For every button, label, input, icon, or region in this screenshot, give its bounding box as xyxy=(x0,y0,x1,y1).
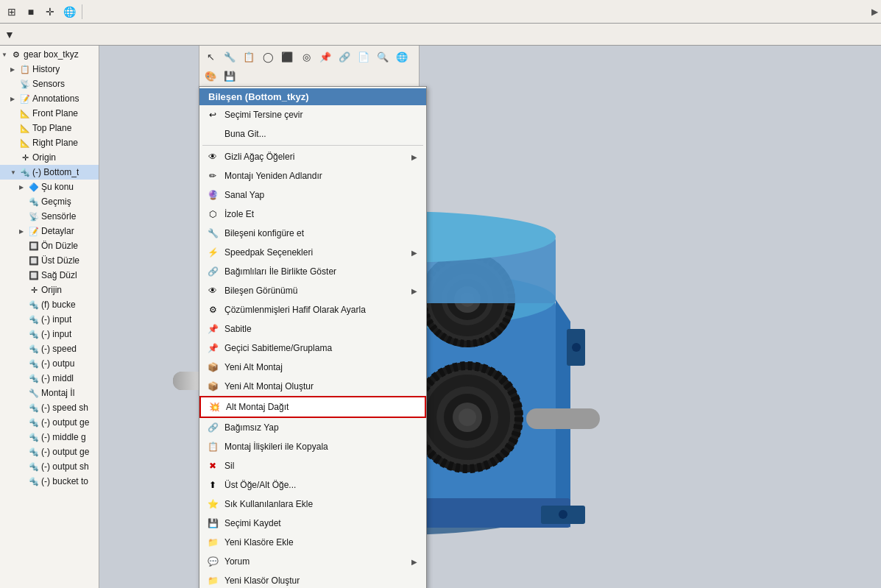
middleg-label: (-) middle g xyxy=(41,432,86,442)
ctx-item-montajIliskileri[interactable]: 📋 Montaj İlişkileri ile Kopyala xyxy=(199,437,426,456)
tree-item-on-duzle[interactable]: 🔲 Ön Düzle xyxy=(0,238,99,253)
tree-item-speed-sh[interactable]: 🔩 (-) speed sh xyxy=(0,400,99,415)
ctx-item-yeniKlasor[interactable]: 📁 Yeni Klasöre Ekle xyxy=(199,533,426,552)
tree-item-front-plane[interactable]: 📐 Front Plane xyxy=(0,106,99,121)
ft-circle-icon[interactable]: ◯ xyxy=(259,48,277,65)
ctx-item-gizliAgac[interactable]: 👁 Gizli Ağaç Öğeleri ▶ xyxy=(199,147,426,166)
tree-item-speed[interactable]: 🔩 (-) speed xyxy=(0,341,99,356)
detaylar-expand: ▶ xyxy=(19,228,28,235)
filter-icon[interactable]: ▼ xyxy=(4,29,15,40)
ctx-item-speedpak[interactable]: ⚡ Speedpak Seçenekleri ▶ xyxy=(199,243,426,262)
tree-item-ust-duzle[interactable]: 🔲 Üst Düzle xyxy=(0,253,99,268)
toolbar-add-icon[interactable]: ✛ xyxy=(41,3,59,21)
tree-item-annotations[interactable]: ▶ 📝 Annotations xyxy=(0,91,99,106)
ctx-label-bunaGit: Buna Git... xyxy=(224,129,417,139)
tree-item-output-ge1[interactable]: 🔩 (-) output ge xyxy=(0,415,99,430)
ctx-item-altMontajDagit[interactable]: 💥 Alt Montaj Dağıt xyxy=(199,396,426,418)
ctx-item-sabitle[interactable]: 📌 Sabitle xyxy=(199,319,426,339)
ctx-label-altMontajDagit: Alt Montaj Dağıt xyxy=(226,402,416,412)
ctx-item-yeniAltMontaj[interactable]: 📦 Yeni Alt Montaj xyxy=(199,358,426,377)
ctx-item-izoleEt[interactable]: ⬡ İzole Et xyxy=(199,205,426,224)
toolbar-save-icon[interactable]: ■ xyxy=(22,3,40,21)
tree-item-history[interactable]: ▶ 📋 History xyxy=(0,62,99,77)
tree-item-output-sh[interactable]: 🔩 (-) output sh xyxy=(0,459,99,474)
top-toolbar: ⊞ ■ ✛ 🌐 ▶ xyxy=(0,0,881,24)
toolbar-more-arrow[interactable]: ▶ xyxy=(871,7,878,17)
ctx-label-montajIliskileri: Montaj İlişkileri ile Kopyala xyxy=(224,442,417,452)
ft-copy-icon[interactable]: 📋 xyxy=(240,48,258,65)
ft-cursor-icon[interactable]: ↖ xyxy=(202,48,219,65)
tree-item-su-konu[interactable]: ▶ 🔷 Şu konu xyxy=(0,180,99,194)
ctx-item-geciciSabitle[interactable]: 📌 Geçici Sabitleme/Gruplama xyxy=(199,339,426,358)
svg-point-9 xyxy=(559,510,567,519)
ft-doc-icon[interactable]: 📄 xyxy=(355,48,372,65)
ctx-item-bileseniKonfigure[interactable]: 🔧 Bileşeni konfigüre et xyxy=(199,224,426,243)
tree-item-middle[interactable]: 🔩 (-) middl xyxy=(0,371,99,386)
ctx-item-sikKullanilan[interactable]: ⭐ Sık Kullanılanlara Ekle xyxy=(199,495,426,514)
tree-item-bucket-to[interactable]: 🔩 (-) bucket to xyxy=(0,474,99,489)
ctx-icon-izoleEt: ⬡ xyxy=(205,207,220,222)
input2-label: (-) input xyxy=(41,329,71,339)
toolbar-globe-icon[interactable]: 🌐 xyxy=(60,3,78,21)
ft-search-icon[interactable]: 🔍 xyxy=(374,48,392,65)
origin-label: Origin xyxy=(32,152,56,163)
left-panel: ▼ ⚙ gear box_tkyz ▶ 📋 History 📡 Sensors … xyxy=(0,46,99,588)
annotations-expand: ▶ xyxy=(10,96,19,102)
tree-item-origin[interactable]: ✛ Origin xyxy=(0,150,99,165)
sukonu-expand: ▶ xyxy=(19,184,28,191)
second-toolbar: ▼ xyxy=(0,24,881,46)
tree-item-f-bucke[interactable]: 🔩 (f) bucke xyxy=(0,297,99,312)
sagduzl-label: Sağ Düzl xyxy=(41,270,77,280)
tree-item-sag-duzl[interactable]: 🔲 Sağ Düzl xyxy=(0,268,99,283)
ctx-item-sanalYap[interactable]: 🔮 Sanal Yap xyxy=(199,185,426,205)
input1-icon: 🔩 xyxy=(28,314,40,325)
history-icon: 📋 xyxy=(19,63,31,75)
montaj-label: Montaj İl xyxy=(41,388,74,398)
ctx-item-secimiTersine[interactable]: ↩ Seçimi Tersine çevir xyxy=(199,105,426,124)
ctx-item-yorum[interactable]: 💬 Yorum ▶ xyxy=(199,552,426,571)
tree-item-gecmis[interactable]: 🔩 Geçmiş xyxy=(0,194,99,209)
view-area: ↖ 🔧 📋 ◯ ⬛ ◎ 📌 🔗 📄 🔍 🌐 🎨 💾 Bileşen (Botto… xyxy=(99,46,881,588)
ft-square-icon[interactable]: ⬛ xyxy=(278,48,296,65)
svg-point-13 xyxy=(572,343,581,352)
orijin-label: Orijin xyxy=(41,285,62,295)
sagduzl-icon: 🔲 xyxy=(28,269,40,281)
ctx-item-secimiKaydet[interactable]: 💾 Seçimi Kaydet xyxy=(199,514,426,533)
ft-target-icon[interactable]: ◎ xyxy=(297,48,315,65)
ctx-item-bagımsızYap[interactable]: 🔗 Bağımsız Yap xyxy=(199,418,426,437)
tree-item-output[interactable]: 🔩 (-) outpu xyxy=(0,356,99,371)
ft-globe-icon[interactable]: 🌐 xyxy=(393,48,411,65)
ctx-icon-montajIliskileri: 📋 xyxy=(205,439,220,454)
ft-tool-icon[interactable]: 🔧 xyxy=(221,48,238,65)
ctx-label-sabitle: Sabitle xyxy=(224,324,417,334)
ctx-item-bunaGit[interactable]: Buna Git... xyxy=(199,124,426,144)
tree-item-middle-g[interactable]: 🔩 (-) middle g xyxy=(0,430,99,444)
ustduzle-icon: 🔲 xyxy=(28,255,40,266)
tree-item-detaylar[interactable]: ▶ 📝 Detaylar xyxy=(0,224,99,238)
ctx-item-yeniKlasorOlustur[interactable]: 📁 Yeni Klasör Oluştur xyxy=(199,571,426,588)
ctx-item-montajYeniden[interactable]: ✏ Montajı Yeniden Adlandır xyxy=(199,166,426,185)
tree-item-input-2[interactable]: 🔩 (-) input xyxy=(0,327,99,341)
ctx-item-cozumlenm[interactable]: ⚙ Çözümlenmişleri Hafif Olarak Ayarla xyxy=(199,300,426,319)
ft-link-icon[interactable]: 🔗 xyxy=(336,48,353,65)
tree-item-output-ge2[interactable]: 🔩 (-) output ge xyxy=(0,444,99,459)
ctx-item-ustOge[interactable]: ⬆ Üst Öğe/Alt Öğe... xyxy=(199,475,426,495)
tree-root[interactable]: ▼ ⚙ gear box_tkyz xyxy=(0,47,99,62)
annotations-icon: 📝 xyxy=(19,93,31,105)
ctx-icon-montajYeniden: ✏ xyxy=(205,169,220,183)
ctx-label-montajYeniden: Montajı Yeniden Adlandır xyxy=(224,171,417,181)
tree-item-right-plane[interactable]: 📐 Right Plane xyxy=(0,135,99,150)
toolbar-grid-icon[interactable]: ⊞ xyxy=(3,3,21,21)
ft-pin-icon[interactable]: 📌 xyxy=(316,48,334,65)
ctx-item-yeniAltMontajOlustur[interactable]: 📦 Yeni Alt Montaj Oluştur xyxy=(199,377,426,396)
tree-item-input-1[interactable]: 🔩 (-) input xyxy=(0,312,99,327)
tree-item-top-plane[interactable]: 📐 Top Plane xyxy=(0,121,99,135)
tree-item-bottom[interactable]: ▼ 🔩 (-) Bottom_t xyxy=(0,165,99,180)
ctx-item-bagimlilar[interactable]: 🔗 Bağımlıları İle Birlikte Göster xyxy=(199,262,426,281)
tree-item-sensorle[interactable]: 📡 Sensörle xyxy=(0,209,99,224)
tree-item-montaj[interactable]: 🔧 Montaj İl xyxy=(0,386,99,400)
tree-item-sensors[interactable]: 📡 Sensors xyxy=(0,77,99,91)
tree-item-orijin[interactable]: ✛ Orijin xyxy=(0,283,99,297)
ctx-item-sil[interactable]: ✖ Sil xyxy=(199,456,426,475)
ctx-item-bilesengorum[interactable]: 👁 Bileşen Görünümü ▶ xyxy=(199,281,426,300)
